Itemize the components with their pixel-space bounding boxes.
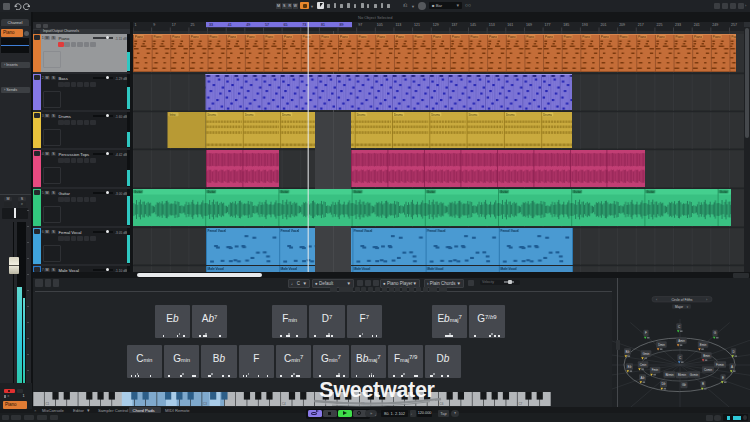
svg-text:97: 97 [358, 23, 362, 27]
svg-text:C1: C1 [45, 402, 49, 406]
svg-text:17: 17 [172, 23, 176, 27]
svg-text:225: 225 [656, 23, 662, 27]
svg-text:Cmin: Cmin [640, 363, 647, 367]
svg-text:Sweetwater: Sweetwater [319, 378, 435, 402]
svg-text:193: 193 [582, 23, 588, 27]
svg-text:233: 233 [675, 23, 681, 27]
svg-text:Amin: Amin [678, 339, 685, 343]
svg-text:Bbmin: Bbmin [665, 373, 674, 377]
svg-text:257: 257 [731, 23, 737, 27]
svg-text:Dmin: Dmin [658, 343, 665, 347]
svg-text:Db: Db [662, 382, 666, 386]
svg-text:153: 153 [489, 23, 495, 27]
svg-text:Emin: Emin [700, 343, 707, 347]
svg-text:121: 121 [414, 23, 420, 27]
svg-text:41: 41 [228, 23, 232, 27]
svg-text:Gb: Gb [682, 383, 686, 387]
svg-text:25: 25 [190, 23, 194, 27]
svg-text:C3: C3 [203, 402, 207, 406]
svg-text:Eb: Eb [628, 365, 632, 369]
svg-text:217: 217 [638, 23, 644, 27]
svg-text:9: 9 [153, 23, 155, 27]
svg-text:Fmin: Fmin [652, 368, 659, 372]
svg-text:105: 105 [377, 23, 383, 27]
svg-text:161: 161 [507, 23, 513, 27]
svg-text:Intro: Intro [170, 113, 176, 117]
svg-text:49: 49 [246, 23, 250, 27]
svg-text:185: 185 [563, 23, 569, 27]
svg-text:249: 249 [712, 23, 718, 27]
svg-text:Major: Major [675, 305, 684, 309]
svg-text:Ebmin: Ebmin [678, 373, 687, 377]
svg-text:C7: C7 [518, 402, 522, 406]
svg-text:E: E [722, 376, 724, 380]
svg-text:57: 57 [265, 23, 269, 27]
svg-text:C♯min: C♯min [704, 368, 713, 372]
svg-text:1: 1 [135, 23, 137, 27]
svg-text:129: 129 [433, 23, 439, 27]
svg-text:▼: ▼ [686, 305, 689, 309]
svg-text:Bmin: Bmin [703, 354, 710, 358]
svg-text:89: 89 [340, 23, 344, 27]
svg-text:113: 113 [395, 23, 401, 27]
svg-text:201: 201 [601, 23, 607, 27]
svg-text:F♯min: F♯min [716, 363, 724, 367]
svg-text:65: 65 [284, 23, 288, 27]
svg-text:145: 145 [470, 23, 476, 27]
svg-text:241: 241 [694, 23, 700, 27]
svg-text:F: F [645, 331, 647, 335]
svg-text:169: 169 [526, 23, 532, 27]
svg-text:G♯min: G♯min [690, 373, 699, 377]
svg-text:177: 177 [545, 23, 551, 27]
svg-text:81: 81 [321, 23, 325, 27]
svg-text:Circle of Fifths: Circle of Fifths [671, 298, 692, 302]
svg-text:Ab: Ab [641, 376, 645, 380]
svg-text:33: 33 [209, 23, 213, 27]
svg-text:Gmin: Gmin [643, 352, 650, 356]
svg-text:73: 73 [302, 23, 306, 27]
svg-text:Bb: Bb [626, 350, 630, 354]
svg-text:209: 209 [619, 23, 625, 27]
svg-text:137: 137 [451, 23, 457, 27]
svg-text:B: B [702, 382, 704, 386]
